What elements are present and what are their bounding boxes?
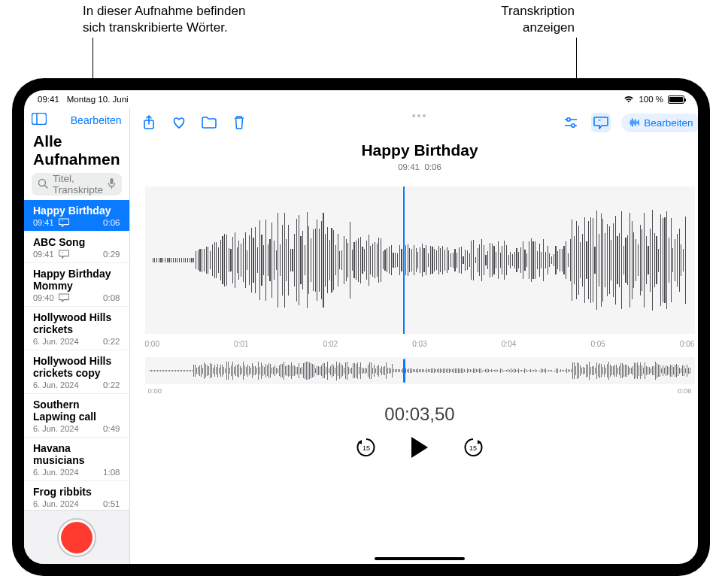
list-item-duration: 0:29 [103, 250, 120, 259]
more-dots-icon[interactable]: ••• [412, 110, 428, 122]
list-item-title: Southern Lapwing call [33, 399, 120, 423]
recording-list-item[interactable]: Frog ribbits 6. Jun. 2024 0:51 [24, 481, 129, 510]
recording-list-item[interactable]: Hollywood Hills crickets copy 6. Jun. 20… [24, 350, 129, 394]
status-bar: 09:41 Montag 10. Juni 100 % [24, 90, 698, 108]
recording-list-item[interactable]: Happy Birthday 09:41 ” 0:06 [24, 200, 129, 232]
list-item-meta: 09:41 [33, 218, 54, 227]
playhead[interactable] [403, 186, 405, 334]
svg-text:15: 15 [469, 444, 477, 452]
list-item-duration: 0:08 [103, 293, 120, 302]
current-time: 00:03,50 [130, 404, 699, 425]
callout-show-transcript: Transkription anzeigen [477, 3, 575, 36]
sidebar-title: Alle Aufnahmen [24, 132, 129, 173]
list-item-meta: 6. Jun. 2024 [33, 468, 79, 477]
svg-text:15: 15 [363, 444, 370, 452]
show-transcript-button[interactable]: ” [591, 113, 611, 132]
list-item-duration: 1:08 [103, 468, 120, 477]
list-item-title: Happy Birthday [33, 205, 120, 217]
move-to-folder-button[interactable] [199, 113, 219, 132]
list-item-title: Frog ribbits [33, 486, 120, 498]
list-item-title: Havana musicians [33, 442, 120, 466]
search-placeholder: Titel, Transkripte [53, 173, 108, 195]
main-panel: ••• ” Bearbeiten [130, 108, 699, 564]
svg-rect-0 [32, 114, 47, 125]
favorite-button[interactable] [169, 113, 189, 132]
recording-list-item[interactable]: Hollywood Hills crickets 6. Jun. 2024 0:… [24, 307, 129, 350]
list-item-duration: 0:22 [103, 380, 120, 389]
list-item-title: ABC Song [33, 236, 120, 248]
overview-end-time: 0:06 [678, 386, 692, 395]
svg-line-3 [45, 185, 48, 188]
svg-point-11 [567, 118, 570, 121]
sidebar-edit-button[interactable]: Bearbeiten [71, 114, 122, 126]
ipad-frame: 09:41 Montag 10. Juni 100 % Bearbeiten A… [12, 78, 710, 576]
svg-text:”: ” [62, 251, 63, 256]
list-item-title: Happy Birthday Mommy [33, 268, 120, 292]
status-time: 09:41 [38, 95, 59, 104]
play-button[interactable] [411, 437, 428, 458]
svg-text:”: ” [62, 295, 63, 299]
list-item-duration: 0:06 [103, 218, 120, 227]
edit-recording-label: Bearbeiten [644, 117, 693, 129]
list-item-title: Hollywood Hills crickets [33, 311, 120, 335]
list-item-title: Hollywood Hills crickets copy [33, 355, 120, 379]
list-item-duration: 0:49 [103, 424, 120, 433]
list-item-meta: 09:40 [33, 293, 54, 302]
dictate-icon[interactable] [108, 177, 116, 192]
recording-list-item[interactable]: Havana musicians 6. Jun. 2024 1:08 [24, 438, 129, 481]
list-item-duration: 0:22 [103, 337, 120, 346]
callout-transcript-badge: In dieser Aufnahme befinden sich transkr… [83, 3, 263, 36]
skip-forward-button[interactable]: 15 [461, 435, 485, 459]
svg-text:”: ” [62, 220, 63, 224]
list-item-meta: 6. Jun. 2024 [33, 424, 79, 433]
svg-point-13 [572, 124, 575, 127]
sidebar: Bearbeiten Alle Aufnahmen Titel, Transkr… [24, 108, 130, 564]
wifi-icon [623, 95, 634, 103]
svg-text:”: ” [598, 118, 601, 125]
list-item-meta: 6. Jun. 2024 [33, 337, 79, 346]
delete-button[interactable] [229, 113, 249, 132]
list-item-meta: 6. Jun. 2024 [33, 499, 79, 508]
skip-back-button[interactable]: 15 [354, 435, 378, 459]
waveform-large[interactable] [145, 186, 695, 334]
transcript-badge-icon: ” [59, 250, 69, 259]
list-item-meta: 6. Jun. 2024 [33, 380, 79, 389]
edit-recording-button[interactable]: Bearbeiten [621, 114, 698, 132]
svg-rect-4 [110, 178, 113, 184]
battery-icon [668, 95, 684, 104]
status-battery-pct: 100 % [639, 95, 663, 104]
playback-settings-button[interactable] [561, 113, 581, 132]
overview-start-time: 0:00 [148, 386, 162, 395]
recording-list-item[interactable]: ABC Song 09:41 ” 0:29 [24, 232, 129, 263]
recording-list-item[interactable]: Southern Lapwing call 6. Jun. 2024 0:49 [24, 394, 129, 438]
share-button[interactable] [139, 113, 159, 132]
search-input[interactable]: Titel, Transkripte [32, 173, 122, 195]
recording-subtitle: 09:41 0:06 [130, 162, 699, 171]
waveform-overview[interactable]: 0:00 0:06 [145, 357, 695, 384]
list-item-duration: 0:51 [103, 499, 120, 508]
overview-playhead[interactable] [403, 359, 405, 383]
time-ruler: 0:000:010:020:030:040:050:06 [145, 340, 695, 348]
transcript-badge-icon: ” [59, 293, 69, 302]
recording-list-item[interactable]: Happy Birthday Mommy 09:40 ” 0:08 [24, 263, 129, 307]
record-button[interactable] [61, 522, 93, 553]
list-item-meta: 09:41 [33, 250, 54, 259]
search-icon [38, 178, 48, 191]
status-date: Montag 10. Juni [67, 95, 129, 104]
transcript-badge-icon: ” [59, 218, 69, 227]
home-indicator [375, 557, 465, 560]
sidebar-toggle-icon[interactable] [32, 113, 47, 128]
recording-title: Happy Birthday [130, 141, 699, 159]
